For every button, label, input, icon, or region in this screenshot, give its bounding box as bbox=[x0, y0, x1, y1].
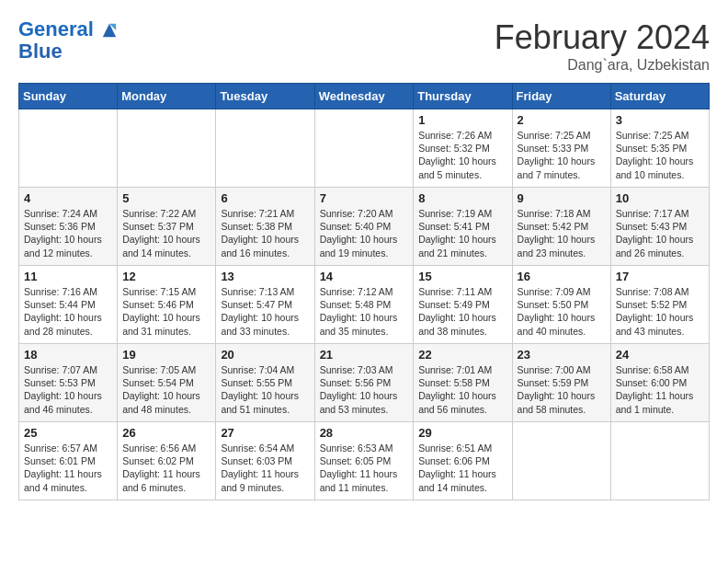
calendar-day-cell: 18Sunrise: 7:07 AM Sunset: 5:53 PM Dayli… bbox=[19, 344, 118, 422]
calendar-day-cell: 28Sunrise: 6:53 AM Sunset: 6:05 PM Dayli… bbox=[314, 422, 414, 500]
day-content: Sunrise: 7:04 AM Sunset: 5:55 PM Dayligh… bbox=[221, 363, 309, 416]
day-number: 11 bbox=[24, 270, 112, 283]
calendar-day-cell: 16Sunrise: 7:09 AM Sunset: 5:50 PM Dayli… bbox=[512, 266, 610, 344]
day-content: Sunrise: 6:51 AM Sunset: 6:06 PM Dayligh… bbox=[418, 442, 506, 494]
empty-cell bbox=[216, 109, 314, 188]
month-title: February 2024 bbox=[495, 18, 710, 57]
day-number: 16 bbox=[518, 270, 606, 283]
day-number: 4 bbox=[24, 191, 112, 205]
calendar-day-cell: 6Sunrise: 7:21 AM Sunset: 5:38 PM Daylig… bbox=[216, 188, 314, 266]
calendar-day-cell: 1Sunrise: 7:26 AM Sunset: 5:32 PM Daylig… bbox=[414, 109, 512, 188]
day-number: 22 bbox=[418, 348, 506, 362]
calendar-day-cell: 12Sunrise: 7:15 AM Sunset: 5:46 PM Dayli… bbox=[118, 266, 216, 344]
day-content: Sunrise: 6:57 AM Sunset: 6:01 PM Dayligh… bbox=[24, 442, 112, 494]
calendar-day-cell: 3Sunrise: 7:25 AM Sunset: 5:35 PM Daylig… bbox=[610, 109, 709, 188]
calendar-day-cell: 17Sunrise: 7:08 AM Sunset: 5:52 PM Dayli… bbox=[610, 266, 709, 344]
calendar-day-cell: 15Sunrise: 7:11 AM Sunset: 5:49 PM Dayli… bbox=[414, 266, 512, 344]
calendar-week-row: 11Sunrise: 7:16 AM Sunset: 5:44 PM Dayli… bbox=[19, 266, 710, 344]
day-number: 3 bbox=[616, 113, 704, 127]
logo: General Blue bbox=[18, 18, 118, 63]
calendar-day-cell: 21Sunrise: 7:03 AM Sunset: 5:56 PM Dayli… bbox=[314, 344, 414, 422]
day-content: Sunrise: 7:18 AM Sunset: 5:42 PM Dayligh… bbox=[518, 207, 606, 259]
day-number: 19 bbox=[122, 348, 210, 362]
day-content: Sunrise: 7:08 AM Sunset: 5:52 PM Dayligh… bbox=[616, 285, 704, 338]
calendar-day-cell: 7Sunrise: 7:20 AM Sunset: 5:40 PM Daylig… bbox=[314, 188, 414, 266]
day-content: Sunrise: 7:03 AM Sunset: 5:56 PM Dayligh… bbox=[320, 363, 409, 416]
day-number: 17 bbox=[616, 270, 704, 283]
day-number: 10 bbox=[616, 191, 704, 205]
day-number: 18 bbox=[24, 348, 112, 362]
calendar-day-cell: 14Sunrise: 7:12 AM Sunset: 5:48 PM Dayli… bbox=[314, 266, 414, 344]
calendar-day-cell: 29Sunrise: 6:51 AM Sunset: 6:06 PM Dayli… bbox=[414, 422, 512, 500]
day-number: 2 bbox=[518, 113, 606, 127]
day-content: Sunrise: 7:13 AM Sunset: 5:47 PM Dayligh… bbox=[221, 285, 309, 338]
day-number: 28 bbox=[320, 426, 409, 440]
calendar-day-cell: 2Sunrise: 7:25 AM Sunset: 5:33 PM Daylig… bbox=[512, 109, 610, 188]
empty-cell bbox=[314, 109, 414, 188]
day-content: Sunrise: 7:09 AM Sunset: 5:50 PM Dayligh… bbox=[518, 285, 606, 338]
day-content: Sunrise: 7:11 AM Sunset: 5:49 PM Dayligh… bbox=[418, 285, 506, 338]
day-number: 1 bbox=[418, 113, 506, 127]
day-content: Sunrise: 6:53 AM Sunset: 6:05 PM Dayligh… bbox=[320, 442, 409, 494]
calendar-week-row: 1Sunrise: 7:26 AM Sunset: 5:32 PM Daylig… bbox=[19, 109, 710, 188]
weekday-header-tuesday: Tuesday bbox=[216, 84, 314, 109]
calendar-table: SundayMondayTuesdayWednesdayThursdayFrid… bbox=[18, 83, 710, 500]
day-number: 7 bbox=[320, 191, 409, 205]
day-content: Sunrise: 7:20 AM Sunset: 5:40 PM Dayligh… bbox=[320, 207, 409, 259]
day-number: 6 bbox=[221, 191, 309, 205]
day-number: 5 bbox=[122, 191, 210, 205]
day-number: 15 bbox=[418, 270, 506, 283]
calendar-week-row: 4Sunrise: 7:24 AM Sunset: 5:36 PM Daylig… bbox=[19, 188, 710, 266]
calendar-day-cell: 22Sunrise: 7:01 AM Sunset: 5:58 PM Dayli… bbox=[414, 344, 512, 422]
day-content: Sunrise: 7:05 AM Sunset: 5:54 PM Dayligh… bbox=[122, 363, 210, 416]
logo-text: General bbox=[18, 18, 118, 40]
day-content: Sunrise: 7:16 AM Sunset: 5:44 PM Dayligh… bbox=[24, 285, 112, 338]
day-content: Sunrise: 7:25 AM Sunset: 5:35 PM Dayligh… bbox=[616, 129, 704, 181]
calendar-day-cell: 11Sunrise: 7:16 AM Sunset: 5:44 PM Dayli… bbox=[19, 266, 118, 344]
calendar-day-cell: 10Sunrise: 7:17 AM Sunset: 5:43 PM Dayli… bbox=[610, 188, 709, 266]
day-number: 23 bbox=[518, 348, 606, 362]
day-number: 8 bbox=[418, 191, 506, 205]
day-number: 9 bbox=[518, 191, 606, 205]
calendar-day-cell: 23Sunrise: 7:00 AM Sunset: 5:59 PM Dayli… bbox=[512, 344, 610, 422]
weekday-header-row: SundayMondayTuesdayWednesdayThursdayFrid… bbox=[19, 84, 710, 109]
calendar-day-cell: 9Sunrise: 7:18 AM Sunset: 5:42 PM Daylig… bbox=[512, 188, 610, 266]
day-content: Sunrise: 6:54 AM Sunset: 6:03 PM Dayligh… bbox=[221, 442, 309, 494]
calendar-day-cell: 26Sunrise: 6:56 AM Sunset: 6:02 PM Dayli… bbox=[118, 422, 216, 500]
weekday-header-friday: Friday bbox=[512, 84, 610, 109]
day-content: Sunrise: 7:22 AM Sunset: 5:37 PM Dayligh… bbox=[122, 207, 210, 259]
weekday-header-saturday: Saturday bbox=[610, 84, 709, 109]
empty-cell bbox=[118, 109, 216, 188]
location-subtitle: Dang`ara, Uzbekistan bbox=[495, 57, 710, 74]
day-number: 12 bbox=[122, 270, 210, 283]
calendar-day-cell: 27Sunrise: 6:54 AM Sunset: 6:03 PM Dayli… bbox=[216, 422, 314, 500]
day-number: 13 bbox=[221, 270, 309, 283]
day-number: 25 bbox=[24, 426, 112, 440]
weekday-header-thursday: Thursday bbox=[414, 84, 512, 109]
page-header: General Blue February 2024 Dang`ara, Uzb… bbox=[18, 18, 710, 74]
day-number: 24 bbox=[616, 348, 704, 362]
weekday-header-monday: Monday bbox=[118, 84, 216, 109]
calendar-week-row: 25Sunrise: 6:57 AM Sunset: 6:01 PM Dayli… bbox=[19, 422, 710, 500]
calendar-day-cell: 20Sunrise: 7:04 AM Sunset: 5:55 PM Dayli… bbox=[216, 344, 314, 422]
weekday-header-sunday: Sunday bbox=[19, 84, 118, 109]
day-number: 20 bbox=[221, 348, 309, 362]
day-content: Sunrise: 7:17 AM Sunset: 5:43 PM Dayligh… bbox=[616, 207, 704, 259]
day-number: 21 bbox=[320, 348, 409, 362]
calendar-day-cell: 5Sunrise: 7:22 AM Sunset: 5:37 PM Daylig… bbox=[118, 188, 216, 266]
day-content: Sunrise: 7:26 AM Sunset: 5:32 PM Dayligh… bbox=[418, 129, 506, 181]
day-content: Sunrise: 7:12 AM Sunset: 5:48 PM Dayligh… bbox=[320, 285, 409, 338]
calendar-day-cell: 8Sunrise: 7:19 AM Sunset: 5:41 PM Daylig… bbox=[414, 188, 512, 266]
empty-cell bbox=[610, 422, 709, 500]
calendar-day-cell: 24Sunrise: 6:58 AM Sunset: 6:00 PM Dayli… bbox=[610, 344, 709, 422]
calendar-week-row: 18Sunrise: 7:07 AM Sunset: 5:53 PM Dayli… bbox=[19, 344, 710, 422]
day-content: Sunrise: 6:58 AM Sunset: 6:00 PM Dayligh… bbox=[616, 363, 704, 416]
day-number: 29 bbox=[418, 426, 506, 440]
day-content: Sunrise: 6:56 AM Sunset: 6:02 PM Dayligh… bbox=[122, 442, 210, 494]
day-content: Sunrise: 7:19 AM Sunset: 5:41 PM Dayligh… bbox=[418, 207, 506, 259]
day-number: 26 bbox=[122, 426, 210, 440]
day-content: Sunrise: 7:00 AM Sunset: 5:59 PM Dayligh… bbox=[518, 363, 606, 416]
day-content: Sunrise: 7:15 AM Sunset: 5:46 PM Dayligh… bbox=[122, 285, 210, 338]
empty-cell bbox=[512, 422, 610, 500]
calendar-day-cell: 25Sunrise: 6:57 AM Sunset: 6:01 PM Dayli… bbox=[19, 422, 118, 500]
